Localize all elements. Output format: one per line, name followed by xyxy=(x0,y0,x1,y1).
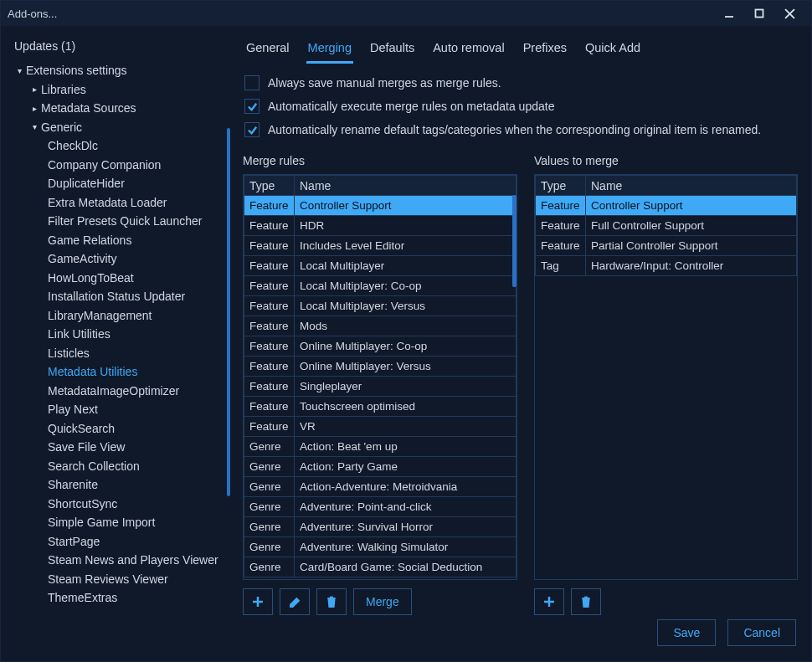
tree-item[interactable]: Steam Reviews Viewer xyxy=(9,570,226,589)
checkbox[interactable] xyxy=(244,99,260,114)
cell-name: Partial Controller Support xyxy=(586,236,797,256)
tree-item[interactable]: ▸Libraries xyxy=(9,80,226,100)
tree-item-label: ShortcutSync xyxy=(48,497,117,511)
tree-item[interactable]: Metadata Utilities xyxy=(9,362,226,382)
cell-type: Feature xyxy=(244,316,295,336)
tree-item[interactable]: HowLongToBeat xyxy=(9,269,226,288)
tree-item[interactable]: Save File View xyxy=(9,438,226,457)
table-row[interactable]: GenreAdventure: Point-and-click xyxy=(244,497,516,517)
tree-item[interactable]: ▸Metadata Sources xyxy=(9,99,226,118)
checkbox[interactable] xyxy=(244,122,260,137)
merge-rules-panel: Merge rules Type Name FeatureController … xyxy=(243,154,517,608)
cell-name: Hardware/Input: Controller xyxy=(586,256,797,276)
tree-item[interactable]: Steam News and Players Viewer xyxy=(9,551,226,570)
minimize-button[interactable] xyxy=(714,1,744,26)
cell-name: Local Multiplayer: Versus xyxy=(295,296,516,316)
main-panel: GeneralMergingDefaultsAuto removalPrefix… xyxy=(238,31,806,608)
table-row[interactable]: GenreAction: Beat 'em up xyxy=(244,437,516,457)
tab-merging[interactable]: Merging xyxy=(306,38,353,64)
table-row[interactable]: FeatureSingleplayer xyxy=(244,377,516,397)
cancel-button[interactable]: Cancel xyxy=(727,619,796,646)
table-row[interactable]: GenreCard/Board Game: Social Deduction xyxy=(244,557,516,577)
tree-item-label: Save File View xyxy=(48,440,125,454)
values-table[interactable]: Type Name FeatureController SupportFeatu… xyxy=(535,175,797,276)
table-row[interactable]: FeatureLocal Multiplayer: Versus xyxy=(244,296,516,316)
cell-type: Feature xyxy=(536,216,586,236)
tree-item[interactable]: ThemeExtras xyxy=(9,588,226,608)
tree-item[interactable]: QuickSearch xyxy=(9,419,226,439)
cell-name: Adventure: Point-and-click xyxy=(295,497,516,517)
tab-defaults[interactable]: Defaults xyxy=(368,38,416,64)
tree-item[interactable]: Listicles xyxy=(9,344,226,363)
tree-item[interactable]: Search Collection xyxy=(9,457,226,476)
cell-type: Feature xyxy=(244,256,295,276)
close-button[interactable] xyxy=(774,1,804,26)
tree-item[interactable]: Sharenite xyxy=(9,475,226,495)
checkbox-group: Always save manual merges as merge rules… xyxy=(239,64,801,142)
merge-rules-table[interactable]: Type Name FeatureController SupportFeatu… xyxy=(244,175,516,577)
cell-name: Full Controller Support xyxy=(586,216,797,236)
tree-item[interactable]: Play Next xyxy=(9,400,226,419)
col-header-name[interactable]: Name xyxy=(586,176,797,196)
table-row[interactable]: GenreAdventure: Survival Horror xyxy=(244,517,516,537)
cell-type: Feature xyxy=(244,196,295,216)
maximize-button[interactable] xyxy=(744,1,774,26)
table-row[interactable]: GenreAction-Adventure: Metroidvania xyxy=(244,477,516,497)
merge-rules-scrollbar[interactable] xyxy=(512,195,516,287)
table-row[interactable]: FeatureMods xyxy=(244,316,516,336)
col-header-name[interactable]: Name xyxy=(295,176,516,196)
sidebar-updates[interactable]: Updates (1) xyxy=(1,36,231,61)
table-row[interactable]: FeatureOnline Multiplayer: Versus xyxy=(244,357,516,377)
tree-item[interactable]: ShortcutSync xyxy=(9,495,226,514)
tree-item[interactable]: Link Utilities xyxy=(9,325,226,344)
table-row[interactable]: FeatureHDR xyxy=(244,216,516,236)
tab-auto-removal[interactable]: Auto removal xyxy=(431,38,506,64)
tree-item[interactable]: ▾Generic xyxy=(9,118,226,137)
tree-item[interactable]: DuplicateHider xyxy=(9,174,226,193)
sidebar-scrollbar[interactable] xyxy=(227,128,230,496)
tree-item[interactable]: Installation Status Updater xyxy=(9,287,226,306)
table-row[interactable]: FeatureLocal Multiplayer: Co-op xyxy=(244,276,516,296)
table-row[interactable]: FeatureLocal Multiplayer xyxy=(244,256,516,276)
tree-item[interactable]: LibraryManagement xyxy=(9,306,226,326)
tree-item[interactable]: GameActivity xyxy=(9,249,226,269)
tree-item[interactable]: Simple Game Import xyxy=(9,513,226,532)
tree-item[interactable]: Extra Metadata Loader xyxy=(9,193,226,213)
tree-item[interactable]: Filter Presets Quick Launcher xyxy=(9,212,226,231)
table-row[interactable]: FeatureOnline Multiplayer: Co-op xyxy=(244,336,516,357)
checkbox[interactable] xyxy=(244,75,260,90)
save-button[interactable]: Save xyxy=(657,619,716,646)
chevron-down-icon: ▾ xyxy=(14,66,24,75)
table-row[interactable]: FeatureIncludes Level Editor xyxy=(244,236,516,256)
table-row[interactable]: FeaturePartial Controller Support xyxy=(536,236,797,256)
tree-item[interactable]: StartPage xyxy=(9,532,226,552)
table-row[interactable]: FeatureFull Controller Support xyxy=(536,216,797,236)
tree-item[interactable]: Company Companion xyxy=(9,156,226,175)
tree-item-label: Metadata Utilities xyxy=(48,365,137,378)
tree-item[interactable]: MetadataImageOptimizer xyxy=(9,382,226,401)
table-row[interactable]: GenreAdventure: Walking Simulator xyxy=(244,537,516,557)
table-row[interactable]: FeatureController Support xyxy=(244,196,516,216)
table-row[interactable]: FeatureController Support xyxy=(536,196,797,216)
tree-item[interactable]: Game Relations xyxy=(9,231,226,250)
col-header-type[interactable]: Type xyxy=(244,176,295,196)
tree-item-label: CheckDlc xyxy=(48,139,98,152)
cell-name: Controller Support xyxy=(586,196,797,216)
svg-rect-1 xyxy=(756,10,763,18)
tree-item[interactable]: CheckDlc xyxy=(9,136,226,156)
tree-item-label: Metadata Sources xyxy=(41,101,136,115)
cell-type: Feature xyxy=(536,236,586,256)
tab-general[interactable]: General xyxy=(244,38,291,64)
chevron-right-icon: ▸ xyxy=(29,104,39,113)
cell-name: Local Multiplayer xyxy=(295,256,516,276)
tree-item[interactable]: ▾Extensions settings xyxy=(9,61,226,80)
table-row[interactable]: GenreAction: Party Game xyxy=(244,457,516,477)
col-header-type[interactable]: Type xyxy=(536,176,586,196)
table-row[interactable]: TagHardware/Input: Controller xyxy=(536,256,797,276)
tab-prefixes[interactable]: Prefixes xyxy=(522,38,568,64)
cell-name: Local Multiplayer: Co-op xyxy=(295,276,516,296)
tab-quick-add[interactable]: Quick Add xyxy=(583,38,642,64)
table-row[interactable]: FeatureVR xyxy=(244,417,516,437)
table-row[interactable]: FeatureTouchscreen optimised xyxy=(244,397,516,417)
values-panel: Values to merge Type Name FeatureControl… xyxy=(534,154,798,608)
